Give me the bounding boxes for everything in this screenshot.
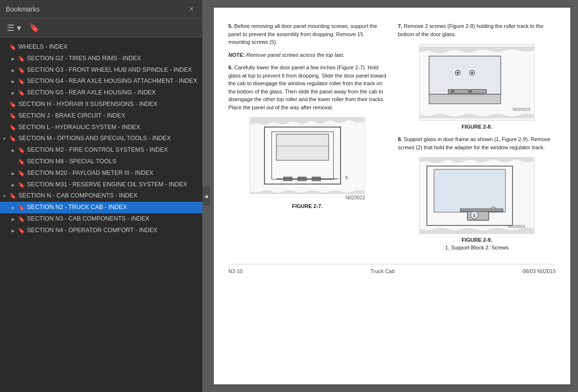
bookmark-button[interactable]: 🔖 (27, 22, 41, 34)
sidebar-item-label-g3: SECTION G3 - FRONT WHEEL HUB AND SPINDLE… (27, 66, 198, 75)
bookmark-icon-g2: 🔖 (17, 54, 25, 63)
bookmark-icon-g4: 🔖 (17, 77, 25, 86)
main-content: ◀ 5. Before removing all door panel moun… (202, 0, 578, 392)
expand-icon-n4 (9, 226, 17, 234)
bookmark-icon-g5: 🔖 (17, 89, 25, 97)
expand-icon-m31 (9, 181, 17, 188)
sidebar-item-wheels[interactable]: 🔖WHEELS - INDEX (0, 41, 202, 53)
expand-icon-j (0, 112, 9, 119)
expand-icon-n (0, 192, 9, 199)
sidebar-item-m20[interactable]: 🔖SECTION M20 - PAYLOAD METER III - INDEX (0, 168, 202, 179)
expand-icon-m20 (9, 169, 17, 177)
svg-text:1: 1 (473, 213, 475, 218)
bookmark-icon-n2: 🔖 (17, 203, 25, 212)
figure-28-caption: FIGURE 2-8. (461, 124, 492, 130)
sidebar-item-m31[interactable]: 🔖SECTION M31 - RESERVE ENGINE OIL SYSTEM… (0, 179, 202, 191)
figure-29-labels: 1. Support Block 2. Screws (445, 245, 509, 250)
sidebar-toolbar: ☰ ▾ 🔖 (0, 19, 202, 38)
bookmark-icon-n: 🔖 (9, 192, 16, 200)
step8-text: Support glass in door frame as shown (1,… (398, 136, 551, 150)
sidebar-item-label-n: SECTION N - CAB COMPONENTS - INDEX (18, 192, 198, 200)
sidebar-item-g4[interactable]: 🔖SECTION G4 - REAR AXLE HOUSING ATTACHME… (0, 76, 202, 87)
sidebar-item-label-l: SECTION L - HYDRAULIC SYSTEM - INDEX (18, 123, 198, 132)
bookmark-icon-g3: 🔖 (17, 66, 25, 75)
left-column: 5. Before removing all door panel mounti… (228, 22, 386, 256)
document-page: 5. Before removing all door panel mounti… (214, 8, 570, 384)
svg-rect-17 (450, 91, 454, 92)
figure-29-caption: FIGURE 2-9. (461, 237, 492, 243)
svg-rect-20 (429, 94, 501, 104)
collapse-sidebar-button[interactable]: ◀ (202, 186, 210, 206)
expand-icon-m2 (9, 146, 17, 154)
expand-icon-n3 (9, 215, 17, 222)
sidebar-header: Bookmarks × (0, 0, 202, 19)
sidebar-tree: 🔖WHEELS - INDEX🔖SECTION G2 - TIRES AND R… (0, 38, 202, 392)
sidebar-item-m[interactable]: 🔖SECTION M - OPTIONS AND SPECIAL TOOLS -… (0, 133, 202, 144)
sidebar-item-j[interactable]: 🔖SECTION J - BRAKE CIRCUIT - INDEX (0, 110, 202, 122)
expand-icon-g2 (9, 54, 17, 62)
sidebar-item-l[interactable]: 🔖SECTION L - HYDRAULIC SYSTEM - INDEX (0, 122, 202, 133)
step5-text: Before removing all door panel mounting … (228, 23, 377, 45)
bookmark-icon-m8: 🔖 (17, 157, 25, 166)
step5-num: 5. (228, 23, 233, 29)
sidebar-item-label-h: SECTION H - HYDRAIR II SUSPENSIONS - IND… (18, 100, 198, 109)
doc-footer: N2-10 Truck Cab 06/03 N02015 (228, 264, 556, 274)
sidebar-item-n[interactable]: 🔖SECTION N - CAB COMPONENTS - INDEX (0, 190, 202, 202)
footer-date: 06/03 N02015 (523, 268, 556, 274)
step-7: 7. Remove 2 screws (Figure 2-8) holding … (398, 22, 556, 38)
step8-num: 8. (398, 136, 402, 142)
figure-28-image: N020023 (419, 44, 535, 121)
sidebar-item-g3[interactable]: 🔖SECTION G3 - FRONT WHEEL HUB AND SPINDL… (0, 65, 202, 76)
sidebar-item-label-n2: SECTION N2 - TRUCK CAB - INDEX (27, 203, 198, 212)
bookmark-icon-m2: 🔖 (17, 146, 25, 155)
expand-icon-g5 (9, 89, 17, 96)
sidebar-item-m2[interactable]: 🔖SECTION M2 - FIRE CONTROL SYSTEMS - IND… (0, 144, 202, 156)
sidebar-title: Bookmarks (6, 5, 39, 13)
bookmark-icon-j: 🔖 (9, 112, 16, 120)
bookmark-icon-n3: 🔖 (17, 215, 25, 223)
right-column: 7. Remove 2 screws (Figure 2-8) holding … (398, 22, 556, 256)
sidebar-item-label-wheels: WHEELS - INDEX (18, 43, 198, 52)
step7-text: Remove 2 screws (Figure 2-8) holding the… (398, 23, 543, 37)
expand-icon-n2 (9, 203, 17, 211)
step7-num: 7. (398, 23, 402, 29)
step6-text: Carefully lower the door panel a few inc… (228, 65, 386, 110)
sidebar-item-g2[interactable]: 🔖SECTION G2 - TIRES AND RIMS - INDEX (0, 53, 202, 65)
figure-29-container: 1 2 N020024 FIGURE 2-9. 1. Support Blo (398, 157, 556, 250)
figure-27-caption: FIGURE 2-7. (292, 203, 323, 209)
sidebar-item-m8[interactable]: 🔖SECTION M8 - SPECIAL TOOLS (0, 156, 202, 168)
expand-icon-l (0, 123, 9, 131)
sidebar-item-h[interactable]: 🔖SECTION H - HYDRAIR II SUSPENSIONS - IN… (0, 99, 202, 110)
sidebar-item-n2[interactable]: 🔖SECTION N2 - TRUCK CAB - INDEX (0, 202, 202, 213)
expand-icon-g4 (9, 77, 17, 85)
sidebar-item-g5[interactable]: 🔖SECTION G5 - REAR AXLE HOUSING - INDEX (0, 87, 202, 99)
sidebar-item-label-m20: SECTION M20 - PAYLOAD METER III - INDEX (27, 169, 198, 178)
svg-text:N020024: N020024 (508, 224, 525, 229)
figure-29-image: 1 2 N020024 (419, 157, 535, 234)
doc-layout: 5. Before removing all door panel mounti… (228, 22, 556, 256)
svg-rect-3 (276, 134, 329, 160)
expand-icon-wheels (0, 43, 9, 51)
sidebar-item-label-m31: SECTION M31 - RESERVE ENGINE OIL SYSTEM … (27, 181, 198, 189)
sidebar-item-label-m2: SECTION M2 - FIRE CONTROL SYSTEMS - INDE… (27, 146, 198, 155)
sidebar-item-n4[interactable]: 🔖SECTION N4 - OPERATOR COMFORT - INDEX (0, 225, 202, 236)
step-5: 5. Before removing all door panel mounti… (228, 22, 386, 111)
sidebar-item-label-m: SECTION M - OPTIONS AND SPECIAL TOOLS - … (18, 134, 198, 143)
expand-icon-m (0, 134, 9, 142)
sidebar-item-label-g5: SECTION G5 - REAR AXLE HOUSING - INDEX (27, 89, 198, 97)
svg-text:N020023: N020023 (512, 107, 530, 112)
svg-point-13 (457, 72, 459, 74)
figure-28-container: N020023 FIGURE 2-8. (398, 44, 556, 130)
sidebar-item-label-n3: SECTION N3 - CAB COMPONENTS - INDEX (27, 215, 198, 223)
bookmark-icon-m: 🔖 (9, 134, 16, 143)
bookmark-icon-wheels: 🔖 (9, 43, 16, 52)
figure-27-ref: N020022 (250, 195, 365, 200)
figure-27-container: 5 N020022 FIGURE 2-7. (228, 117, 386, 209)
sidebar-item-n3[interactable]: 🔖SECTION N3 - CAB COMPONENTS - INDEX (0, 213, 202, 225)
figure-27-image: 5 (250, 117, 365, 194)
svg-rect-11 (429, 56, 501, 94)
list-view-button[interactable]: ☰ ▾ (5, 22, 23, 34)
close-button[interactable]: × (186, 4, 197, 14)
sidebar-item-label-n4: SECTION N4 - OPERATOR COMFORT - INDEX (27, 226, 198, 235)
expand-icon-m8 (9, 157, 17, 165)
